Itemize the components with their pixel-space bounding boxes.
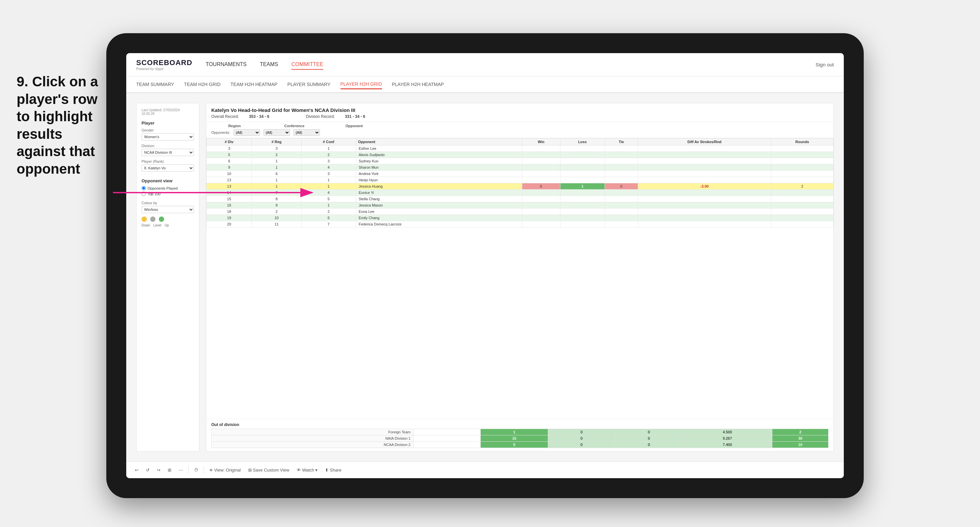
col-rounds: Rounds [771, 138, 833, 146]
tablet-screen: SCOREBOARD Powered by clippd TOURNAMENTS… [126, 53, 844, 478]
colour-labels: Down Level Up [142, 224, 194, 227]
table-row[interactable]: 1063 Andrea York [207, 171, 834, 177]
opponent-header: Opponent [331, 124, 377, 128]
table-row[interactable]: 20117 Federica Domecq Lacroze [207, 221, 834, 227]
table-row[interactable]: 1822 Euna Lee [207, 208, 834, 215]
col-conf: # Conf [301, 138, 356, 146]
radio-opponents-played[interactable]: Opponents Played [142, 186, 194, 190]
down-dot [142, 216, 147, 222]
tab-team-h2h-grid[interactable]: TEAM H2H GRID [184, 80, 221, 89]
top-nav: SCOREBOARD Powered by clippd TOURNAMENTS… [126, 53, 844, 76]
table-row[interactable]: 1474 Eunice Yi [207, 190, 834, 196]
right-panel: Katelyn Vo Head-to-Head Grid for Women's… [206, 103, 834, 452]
share-button[interactable]: ⬆ Share [323, 466, 343, 474]
tab-player-h2h-grid[interactable]: PLAYER H2H GRID [340, 80, 382, 89]
division-label: Division [142, 144, 194, 148]
instruction-text: 9. Click on a player's row to highlight … [17, 73, 103, 178]
table-row[interactable]: NAIA Division 1 15 0 0 9.267 30 [212, 435, 829, 442]
table-row[interactable]: 613 Sydney Kuo [207, 158, 834, 164]
col-reg: # Reg [252, 138, 301, 146]
table-row[interactable]: 522 Alexis Sudjianto [207, 152, 834, 158]
filter-area: Region Conference Opponent Opponents: (A… [206, 122, 834, 138]
main-content: Last Updated: 27/03/2024 16:55:28 Player… [126, 93, 844, 462]
table-header-row: # Div # Reg # Conf Opponent Win Loss Tie… [207, 138, 834, 146]
forward-button[interactable]: ↪ [155, 466, 162, 474]
grid-header: Katelyn Vo Head-to-Head Grid for Women's… [206, 103, 834, 122]
undo-button[interactable]: ↩ [133, 466, 140, 474]
grid-title: Katelyn Vo Head-to-Head Grid for Women's… [211, 107, 829, 113]
logo-text: SCOREBOARD [136, 59, 192, 67]
division-select[interactable]: NCAA Division III [142, 149, 194, 156]
timestamp: Last Updated: 27/03/2024 16:55:28 [142, 108, 194, 116]
opponent-view-title: Opponent view [142, 178, 194, 183]
redo-button[interactable]: ↺ [144, 466, 151, 474]
colour-section: Colour by Win/loss Down Level Up [142, 201, 194, 227]
radio-top100[interactable]: Top 100 [142, 192, 194, 196]
tab-player-summary[interactable]: PLAYER SUMMARY [287, 80, 330, 89]
colour-select[interactable]: Win/loss [142, 206, 194, 213]
table-row[interactable]: 1311 Heejo Hyun [207, 177, 834, 183]
watch-button[interactable]: 👁 Watch ▾ [295, 466, 320, 474]
table-row[interactable]: 914 Sharon Mun [207, 164, 834, 171]
view-original-button[interactable]: 👁 View: Original [207, 466, 243, 474]
gender-select[interactable]: Women's [142, 133, 194, 140]
nav-tournaments[interactable]: TOURNAMENTS [206, 60, 247, 70]
opponent-filter[interactable]: (All) [293, 129, 320, 136]
region-header: Region [211, 124, 258, 128]
col-win: Win [522, 138, 560, 146]
clock-icon: ⏱ [192, 466, 200, 474]
nav-items: TOURNAMENTS TEAMS COMMITTEE [206, 60, 816, 70]
tablet-frame: SCOREBOARD Powered by clippd TOURNAMENTS… [106, 33, 864, 498]
division-record: 331 - 34 - 6 [345, 114, 365, 119]
table-row[interactable]: NCAA Division 2 5 0 0 7.400 10 [212, 442, 829, 448]
crop-button[interactable]: ⊞ [166, 466, 173, 474]
region-filter[interactable]: (All) [234, 129, 260, 136]
player-h2h-table: # Div # Reg # Conf Opponent Win Loss Tie… [206, 138, 834, 227]
out-of-division-title: Out of division [211, 422, 829, 427]
left-panel: Last Updated: 27/03/2024 16:55:28 Player… [136, 103, 199, 452]
logo-area: SCOREBOARD Powered by clippd [136, 59, 192, 71]
table-row-highlighted[interactable]: 1311 Jessica Huang 0 1 0 -3.00 2 [207, 183, 834, 190]
table-row[interactable]: 19106 Emily Chang [207, 215, 834, 221]
opponents-label: Opponents: [211, 130, 230, 135]
overall-record: 353 - 34 - 6 [249, 114, 269, 119]
out-of-division-table: Foreign Team 1 0 0 4.500 2 NAIA Division… [211, 429, 829, 448]
out-of-division: Out of division Foreign Team 1 0 0 4.500… [206, 419, 834, 451]
colour-dots [142, 216, 194, 222]
overall-record-label: Overall Record: [211, 114, 239, 119]
more-button[interactable]: ⋯ [177, 466, 185, 474]
up-dot [159, 216, 164, 222]
gender-label: Gender [142, 128, 194, 132]
player-rank-select[interactable]: 8. Katelyn Vo [142, 164, 194, 172]
tab-team-summary[interactable]: TEAM SUMMARY [136, 80, 174, 89]
nav-teams[interactable]: TEAMS [260, 60, 278, 70]
player-rank-label: Player (Rank) [142, 159, 194, 163]
conference-filter[interactable]: (All) [263, 129, 290, 136]
toolbar-divider2 [204, 466, 204, 474]
col-diff: Diff Av Strokes/Rnd [638, 138, 771, 146]
col-loss: Loss [560, 138, 605, 146]
save-custom-view-button[interactable]: ⊞ Save Custom View [246, 466, 291, 474]
logo-sub: Powered by clippd [136, 67, 192, 71]
tab-player-h2h-heatmap[interactable]: PLAYER H2H HEATMAP [392, 80, 444, 89]
player-section-title: Player [142, 121, 194, 125]
col-opponent: Opponent [356, 138, 522, 146]
tab-team-h2h-heatmap[interactable]: TEAM H2H HEATMAP [231, 80, 277, 89]
sub-nav: TEAM SUMMARY TEAM H2H GRID TEAM H2H HEAT… [126, 76, 844, 93]
col-tie: Tie [605, 138, 638, 146]
colour-by-label: Colour by [142, 201, 194, 205]
conference-header: Conference [271, 124, 318, 128]
sign-out-button[interactable]: Sign out [816, 62, 834, 67]
nav-committee[interactable]: COMMITTEE [291, 60, 323, 70]
division-record-label: Division Record: [306, 114, 335, 119]
opponent-view: Opponent view Opponents Played Top 100 [142, 178, 194, 196]
table-row[interactable]: 1691 Jessica Mason [207, 202, 834, 208]
col-div: # Div [207, 138, 252, 146]
level-dot [150, 216, 156, 222]
data-table-wrapper: # Div # Reg # Conf Opponent Win Loss Tie… [206, 138, 834, 419]
table-row[interactable]: 1585 Stella Chang [207, 196, 834, 202]
toolbar-divider [188, 466, 189, 474]
table-row[interactable]: 331 Esther Lee [207, 146, 834, 152]
table-row[interactable]: Foreign Team 1 0 0 4.500 2 [212, 429, 829, 435]
bottom-toolbar: ↩ ↺ ↪ ⊞ ⋯ ⏱ 👁 View: Original ⊞ Save Cust… [126, 462, 844, 478]
